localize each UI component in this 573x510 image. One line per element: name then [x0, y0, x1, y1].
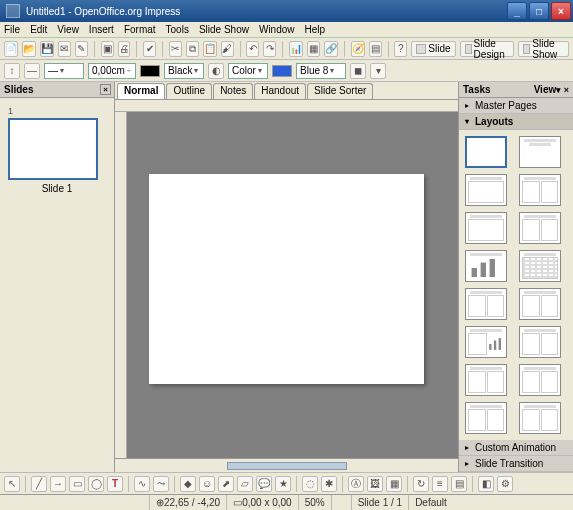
from-file-icon[interactable]: 🖼	[367, 476, 383, 492]
format-paint-icon[interactable]: 🖌	[221, 41, 234, 57]
line-style-icon[interactable]: —	[24, 63, 40, 79]
fill-color-swatch[interactable]	[272, 65, 292, 77]
menu-format[interactable]: Format	[124, 24, 156, 35]
symbol-shapes-icon[interactable]: ☺	[199, 476, 215, 492]
layout-thumb[interactable]	[519, 212, 561, 244]
slide-design-button[interactable]: Slide Design	[460, 41, 515, 57]
gluepoints-icon[interactable]: ✱	[321, 476, 337, 492]
tab-handout[interactable]: Handout	[254, 83, 306, 99]
fill-icon[interactable]: ◐	[208, 63, 224, 79]
cut-icon[interactable]: ✂	[169, 41, 182, 57]
rect-icon[interactable]: ▭	[69, 476, 85, 492]
task-custom-animation[interactable]: ▸Custom Animation	[459, 440, 573, 456]
arrow-line-icon[interactable]: →	[50, 476, 66, 492]
maximize-button[interactable]: □	[529, 2, 549, 20]
navigator-icon[interactable]: 🧭	[351, 41, 365, 57]
line-style-select[interactable]: —▾	[44, 63, 84, 79]
close-button[interactable]: ×	[551, 2, 571, 20]
slide-show-button[interactable]: Slide Show	[518, 41, 569, 57]
layout-thumb[interactable]	[519, 288, 561, 320]
spellcheck-icon[interactable]: ✔	[143, 41, 156, 57]
fill-color-select[interactable]: Blue 8▾	[296, 63, 346, 79]
mail-icon[interactable]: ✉	[58, 41, 71, 57]
ellipse-icon[interactable]: ◯	[88, 476, 104, 492]
slide-canvas-area[interactable]	[115, 100, 458, 458]
tab-normal[interactable]: Normal	[117, 83, 165, 99]
menu-tools[interactable]: Tools	[166, 24, 189, 35]
points-icon[interactable]: ◌	[302, 476, 318, 492]
task-master-pages[interactable]: ▸Master Pages	[459, 98, 573, 114]
slides-panel-close-icon[interactable]: ×	[100, 84, 111, 95]
tab-outline[interactable]: Outline	[166, 83, 212, 99]
layout-table[interactable]	[519, 250, 561, 282]
slide-1-thumbnail[interactable]	[8, 118, 98, 180]
status-page-style[interactable]: Default	[409, 495, 573, 510]
tab-slidesorter[interactable]: Slide Sorter	[307, 83, 373, 99]
interaction-icon[interactable]: ⚙	[497, 476, 513, 492]
menu-file[interactable]: File	[4, 24, 20, 35]
print-icon[interactable]: 🖨	[118, 41, 131, 57]
layout-title-content[interactable]	[465, 174, 507, 206]
chart-icon[interactable]: 📊	[289, 41, 303, 57]
layout-thumb[interactable]	[465, 326, 507, 358]
menu-help[interactable]: Help	[305, 24, 326, 35]
rotate-icon[interactable]: ↻	[413, 476, 429, 492]
hyperlink-icon[interactable]: 🔗	[324, 41, 338, 57]
task-layouts[interactable]: ▾Layouts	[459, 114, 573, 130]
stars-icon[interactable]: ★	[275, 476, 291, 492]
arrange-icon[interactable]: ▤	[451, 476, 467, 492]
flowchart-icon[interactable]: ▱	[237, 476, 253, 492]
copy-icon[interactable]: ⧉	[186, 41, 199, 57]
table-icon[interactable]: ▦	[307, 41, 320, 57]
edit-doc-icon[interactable]: ✎	[75, 41, 88, 57]
horizontal-scrollbar[interactable]	[115, 458, 458, 472]
layout-thumb[interactable]	[519, 402, 561, 434]
tasks-view-menu[interactable]: View	[534, 84, 557, 95]
save-icon[interactable]: 💾	[40, 41, 54, 57]
tab-notes[interactable]: Notes	[213, 83, 253, 99]
task-slide-transition[interactable]: ▸Slide Transition	[459, 456, 573, 472]
fill-type-select[interactable]: Color▾	[228, 63, 268, 79]
slide-canvas[interactable]	[149, 174, 424, 384]
layout-blank[interactable]	[465, 136, 507, 168]
layout-thumb[interactable]	[465, 288, 507, 320]
fontwork-icon[interactable]: Ⓐ	[348, 476, 364, 492]
line-color-select[interactable]: Black▾	[164, 63, 204, 79]
layout-two-content[interactable]	[519, 174, 561, 206]
open-icon[interactable]: 📂	[22, 41, 36, 57]
menu-window[interactable]: Window	[259, 24, 295, 35]
extrusion-icon[interactable]: ◧	[478, 476, 494, 492]
gallery2-icon[interactable]: ▦	[386, 476, 402, 492]
basic-shapes-icon[interactable]: ◆	[180, 476, 196, 492]
zoomgal-icon[interactable]: ▤	[369, 41, 382, 57]
layout-thumb[interactable]	[465, 364, 507, 396]
line-icon[interactable]: ╱	[31, 476, 47, 492]
layout-chart[interactable]	[465, 250, 507, 282]
status-zoom[interactable]: 50%	[299, 495, 332, 510]
shadow-icon[interactable]: ◼	[350, 63, 366, 79]
menu-view[interactable]: View	[57, 24, 79, 35]
select-icon[interactable]: ↖	[4, 476, 20, 492]
new-icon[interactable]: 📄	[4, 41, 18, 57]
menu-edit[interactable]: Edit	[30, 24, 47, 35]
layout-thumb[interactable]	[519, 364, 561, 396]
slide-button[interactable]: Slide	[411, 41, 455, 57]
line-color-swatch[interactable]	[140, 65, 160, 77]
pdf-icon[interactable]: ▣	[101, 41, 114, 57]
block-arrows-icon[interactable]: ⬈	[218, 476, 234, 492]
menu-slideshow[interactable]: Slide Show	[199, 24, 249, 35]
line-width-input[interactable]: 0,00cm÷	[88, 63, 136, 79]
curve-icon[interactable]: ∿	[134, 476, 150, 492]
minimize-button[interactable]: _	[507, 2, 527, 20]
connector-icon[interactable]: ⤳	[153, 476, 169, 492]
undo-icon[interactable]: ↶	[246, 41, 259, 57]
paste-icon[interactable]: 📋	[203, 41, 217, 57]
menu-insert[interactable]: Insert	[89, 24, 114, 35]
align-icon[interactable]: ≡	[432, 476, 448, 492]
help-icon[interactable]: ?	[394, 41, 407, 57]
layout-thumb[interactable]	[465, 402, 507, 434]
layout-title[interactable]	[519, 136, 561, 168]
layout-thumb[interactable]	[465, 212, 507, 244]
text-icon[interactable]: T	[107, 476, 123, 492]
misc-icon[interactable]: ▾	[370, 63, 386, 79]
